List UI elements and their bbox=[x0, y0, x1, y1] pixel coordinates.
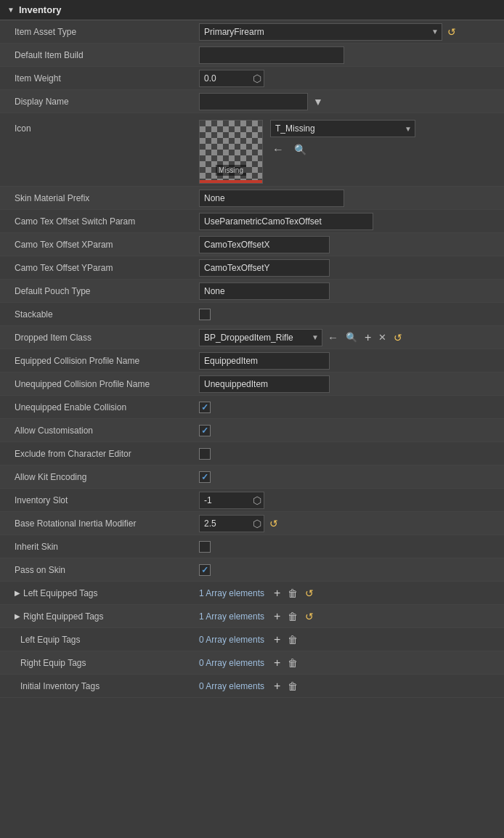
row-allow-kit-encoding: Allow Kit Encoding bbox=[0, 465, 504, 489]
inventory-slot-spinner[interactable]: ⬡ bbox=[251, 495, 263, 505]
left-equipped-tags-count: 1 Array elements bbox=[199, 588, 264, 598]
right-equipped-tags-actions: + 🗑 ↺ bbox=[272, 609, 316, 625]
dropped-item-reset-button[interactable]: ↺ bbox=[391, 330, 405, 345]
input-equipped-collision[interactable] bbox=[199, 352, 330, 370]
dropped-item-back-button[interactable]: ← bbox=[325, 330, 341, 345]
left-equipped-tags-expand[interactable]: ▶ bbox=[15, 589, 20, 597]
value-exclude-character-editor bbox=[196, 446, 504, 462]
row-right-equip-tags: Right Equip Tags 0 Array elements + 🗑 bbox=[0, 651, 504, 675]
display-name-dropdown-button[interactable]: ▼ bbox=[311, 94, 325, 109]
inventory-panel: ▼ Inventory Item Asset Type PrimaryFirea… bbox=[0, 0, 504, 698]
value-icon: Missing T_Missing ▼ ← 🔍 bbox=[196, 118, 504, 186]
label-camo-tex-switch: Camo Tex Offset Switch Param bbox=[0, 213, 196, 229]
row-allow-customisation: Allow Customisation bbox=[0, 419, 504, 442]
right-equip-tags-add-button[interactable]: + bbox=[272, 655, 283, 671]
input-unequipped-collision[interactable] bbox=[199, 375, 330, 393]
row-default-pouch-type: Default Pouch Type bbox=[0, 280, 504, 303]
dropped-item-search-button[interactable]: 🔍 bbox=[344, 330, 359, 344]
value-camo-tex-yparam bbox=[196, 257, 504, 279]
row-item-weight: Item Weight ⬡ bbox=[0, 67, 504, 90]
initial-inventory-tags-count: 0 Array elements bbox=[199, 681, 264, 691]
right-equip-tags-delete-button[interactable]: 🗑 bbox=[285, 656, 300, 670]
reset-item-asset-type-button[interactable]: ↺ bbox=[445, 25, 458, 39]
row-left-equip-tags: Left Equip Tags 0 Array elements + 🗑 bbox=[0, 628, 504, 651]
value-item-weight: ⬡ bbox=[196, 68, 504, 89]
dropdown-icon-texture[interactable]: T_Missing ▼ bbox=[270, 120, 415, 137]
input-camo-tex-yparam[interactable] bbox=[199, 259, 330, 277]
panel-collapse-arrow[interactable]: ▼ bbox=[7, 6, 15, 14]
right-equipped-tags-add-button[interactable]: + bbox=[272, 609, 283, 625]
checkbox-allow-customisation[interactable] bbox=[199, 425, 211, 436]
item-weight-spinner[interactable]: ⬡ bbox=[251, 73, 263, 84]
dropdown-item-asset-type[interactable]: PrimaryFirearm ▼ bbox=[199, 23, 442, 41]
right-equipped-tags-expand[interactable]: ▶ bbox=[15, 612, 20, 620]
row-left-equipped-tags: ▶ Left Equipped Tags 1 Array elements + … bbox=[0, 582, 504, 605]
label-allow-kit-encoding: Allow Kit Encoding bbox=[0, 469, 196, 485]
initial-inventory-tags-delete-button[interactable]: 🗑 bbox=[285, 679, 300, 693]
right-equipped-tags-delete-button[interactable]: 🗑 bbox=[285, 609, 300, 624]
label-allow-customisation: Allow Customisation bbox=[0, 423, 196, 439]
left-equip-tags-count: 0 Array elements bbox=[199, 635, 264, 645]
checkbox-pass-on-skin[interactable] bbox=[199, 564, 211, 576]
checkbox-allow-kit-encoding[interactable] bbox=[199, 471, 211, 483]
label-inventory-slot: Inventory Slot bbox=[0, 492, 196, 508]
dropped-item-add-button[interactable]: + bbox=[362, 330, 373, 346]
left-equipped-tags-reset-button[interactable]: ↺ bbox=[303, 586, 316, 601]
left-equipped-tags-delete-button[interactable]: 🗑 bbox=[285, 586, 300, 601]
item-weight-container: ⬡ bbox=[199, 70, 264, 87]
label-dropped-item-class: Dropped Item Class bbox=[0, 330, 196, 346]
icon-dropdown-container: T_Missing ▼ bbox=[270, 120, 415, 137]
label-camo-tex-xparam: Camo Tex Offset XParam bbox=[0, 237, 196, 253]
label-pass-on-skin: Pass on Skin bbox=[0, 562, 196, 578]
input-default-pouch-type[interactable] bbox=[199, 282, 330, 300]
value-skin-material-prefix bbox=[196, 187, 504, 209]
row-skin-material-prefix: Skin Material Prefix bbox=[0, 187, 504, 210]
label-display-name: Display Name bbox=[0, 94, 196, 110]
icon-controls: T_Missing ▼ ← 🔍 bbox=[270, 120, 415, 158]
input-skin-material-prefix[interactable] bbox=[199, 190, 344, 207]
value-base-rotational-inertia: ⬡ ↺ bbox=[196, 513, 504, 534]
row-item-asset-type: Item Asset Type PrimaryFirearm ▼ ↺ bbox=[0, 20, 504, 44]
input-default-item-build[interactable] bbox=[199, 46, 344, 64]
right-equipped-tags-reset-button[interactable]: ↺ bbox=[303, 609, 316, 624]
panel-header: ▼ Inventory bbox=[0, 0, 504, 20]
right-equip-tags-actions: + 🗑 bbox=[272, 655, 300, 671]
label-equipped-collision: Equipped Collision Profile Name bbox=[0, 353, 196, 369]
input-camo-tex-switch[interactable] bbox=[199, 213, 373, 230]
dropdown-container-asset-type: PrimaryFirearm ▼ bbox=[199, 23, 442, 41]
value-pass-on-skin bbox=[196, 562, 504, 578]
label-stackable: Stackable bbox=[0, 306, 196, 322]
left-equipped-tags-add-button[interactable]: + bbox=[272, 585, 283, 601]
checkbox-inherit-skin[interactable] bbox=[199, 541, 211, 553]
left-equip-tags-add-button[interactable]: + bbox=[272, 632, 283, 648]
row-display-name: Display Name ▼ bbox=[0, 90, 504, 113]
label-left-equip-tags: Left Equip Tags bbox=[0, 632, 196, 648]
row-initial-inventory-tags: Initial Inventory Tags 0 Array elements … bbox=[0, 675, 504, 698]
value-left-equip-tags: 0 Array elements + 🗑 bbox=[196, 630, 504, 650]
dropped-item-remove-button[interactable]: ✕ bbox=[376, 330, 389, 344]
checkbox-unequipped-enable-collision[interactable] bbox=[199, 402, 211, 413]
checkbox-stackable[interactable] bbox=[199, 309, 211, 320]
row-inventory-slot: Inventory Slot ⬡ bbox=[0, 489, 504, 512]
row-camo-tex-yparam: Camo Tex Offset YParam bbox=[0, 256, 504, 280]
rotational-inertia-spinner[interactable]: ⬡ bbox=[251, 518, 263, 529]
row-inherit-skin: Inherit Skin bbox=[0, 535, 504, 558]
icon-back-button[interactable]: ← bbox=[270, 142, 286, 158]
row-unequipped-enable-collision: Unequipped Enable Collision bbox=[0, 396, 504, 419]
label-initial-inventory-tags: Initial Inventory Tags bbox=[0, 678, 196, 694]
value-display-name: ▼ bbox=[196, 91, 504, 113]
label-base-rotational-inertia: Base Rotational Inertia Modifier bbox=[0, 516, 196, 532]
row-dropped-item-class: Dropped Item Class BP_DroppedItem_Rifle … bbox=[0, 326, 504, 349]
value-inherit-skin bbox=[196, 539, 504, 555]
reset-rotational-inertia-button[interactable]: ↺ bbox=[267, 516, 280, 531]
label-default-pouch-type: Default Pouch Type bbox=[0, 283, 196, 299]
value-left-equipped-tags: 1 Array elements + 🗑 ↺ bbox=[196, 583, 504, 603]
checkbox-exclude-character-editor[interactable] bbox=[199, 448, 211, 460]
icon-search-button[interactable]: 🔍 bbox=[292, 142, 309, 157]
dropdown-dropped-item-class[interactable]: BP_DroppedItem_Rifle ▼ bbox=[199, 329, 322, 346]
panel-title: Inventory bbox=[19, 4, 62, 15]
initial-inventory-tags-add-button[interactable]: + bbox=[272, 678, 283, 694]
input-display-name[interactable] bbox=[199, 93, 308, 110]
left-equip-tags-delete-button[interactable]: 🗑 bbox=[285, 632, 300, 647]
input-camo-tex-xparam[interactable] bbox=[199, 236, 330, 253]
